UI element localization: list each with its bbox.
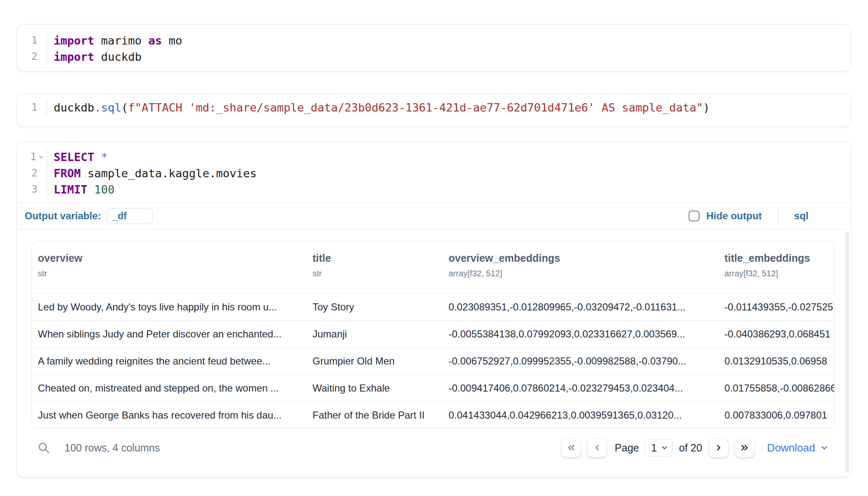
cell-overview-embeddings: -0.0055384138,0.07992093,0.023316627,0.0… — [449, 328, 724, 340]
output-variable-input[interactable] — [107, 208, 153, 224]
code-token: * — [101, 151, 108, 164]
column-header-overview[interactable]: overview str — [32, 252, 312, 293]
cell-title: Jumanji — [312, 328, 449, 340]
code-token: ( — [122, 101, 128, 114]
prev-page-icon — [592, 442, 603, 453]
line-number-text: 1 — [30, 149, 36, 165]
dataframe-table: overview str title str overview_embeddin… — [32, 241, 835, 428]
table-row[interactable]: When siblings Judy and Peter discover an… — [32, 320, 834, 347]
output-variable-label: Output variable: — [25, 210, 101, 222]
cell-overview-embeddings: -0.006752927,0.099952355,-0.009982588,-0… — [449, 355, 724, 367]
prev-page-button[interactable] — [587, 438, 607, 457]
cell-overview: Just when George Banks has recovered fro… — [32, 409, 312, 421]
column-type: str — [38, 269, 308, 278]
sql-cell: 1 2 3 SELECT * FROM sample_data.kaggle.m… — [17, 141, 851, 477]
code-token: . — [94, 101, 101, 114]
code-token: marimo — [94, 34, 149, 47]
hide-output-checkbox[interactable] — [689, 211, 699, 221]
line-number: 1 — [17, 32, 47, 49]
line-number-gutter: 1 2 — [17, 32, 47, 65]
table-row[interactable]: Cheated on, mistreated and stepped on, t… — [32, 374, 834, 402]
code-token: sample_data.kaggle.movies — [81, 167, 257, 180]
column-header-overview-embeddings[interactable]: overview_embeddings array[f32, 512] — [449, 252, 724, 293]
line-number: 1 — [17, 149, 47, 165]
table-row[interactable]: A family wedding reignites the ancient f… — [32, 347, 834, 374]
code-line: SELECT * — [54, 149, 257, 165]
page-label: Page — [615, 442, 639, 454]
cell-overview: A family wedding reignites the ancient f… — [32, 355, 312, 367]
output-area: overview str title str overview_embeddin… — [17, 229, 851, 457]
language-toggle-sql[interactable]: sql — [794, 210, 808, 222]
code-token: as — [149, 34, 162, 47]
hide-output-label: Hide output — [707, 210, 762, 222]
next-page-icon — [713, 442, 724, 453]
code-line: LIMIT 100 — [54, 181, 257, 198]
line-number: 2 — [17, 165, 47, 181]
code-token: sql — [101, 101, 122, 114]
page-count-label: of 20 — [679, 442, 702, 454]
column-type: array[f32, 512] — [724, 269, 830, 278]
column-header-title[interactable]: title str — [312, 252, 449, 293]
code-token: duckdb — [54, 101, 94, 114]
cell-overview-embeddings: 0.041433044,0.042966213,0.0039591365,0.0… — [449, 409, 724, 421]
code-editor[interactable]: 1 2 3 SELECT * FROM sample_data.kaggle.m… — [17, 142, 851, 203]
code-token: f"ATTACH 'md:_share/sample_data/23b0d623… — [128, 101, 703, 114]
line-number: 1 — [17, 99, 47, 116]
code-cell-attach: 1 duckdb.sql(f"ATTACH 'md:_share/sample_… — [17, 94, 851, 127]
code-editor[interactable]: 1 2 import marimo as mo import duckdb — [17, 25, 851, 71]
table-row[interactable]: Led by Woody, Andy's toys live happily i… — [32, 293, 834, 320]
search-icon[interactable] — [37, 441, 51, 454]
page-select-value: 1 — [651, 442, 657, 454]
code-token: 100 — [94, 183, 115, 196]
first-page-icon — [566, 442, 577, 453]
cell-title-embeddings: 0.0132910535,0.06958 — [724, 355, 834, 367]
vertical-divider — [778, 209, 779, 223]
column-name: title_embeddings — [724, 252, 830, 264]
code-token: duckdb — [94, 50, 142, 63]
code-area: SELECT * FROM sample_data.kaggle.movies … — [47, 149, 257, 198]
code-line: import duckdb — [54, 49, 182, 65]
last-page-button[interactable] — [734, 438, 754, 457]
column-header-title-embeddings[interactable]: title_embeddings array[f32, 512] — [724, 252, 834, 293]
cell-title: Toy Story — [312, 301, 449, 313]
cell-title-embeddings: -0.011439355,-0.027525 — [724, 301, 834, 313]
code-token: FROM — [54, 167, 81, 180]
code-cell-imports: 1 2 import marimo as mo import duckdb — [17, 24, 851, 72]
cell-overview-embeddings: -0.009417406,0.07860214,-0.023279453,0.0… — [449, 382, 724, 394]
code-token — [87, 183, 94, 196]
fold-chevron-icon[interactable] — [38, 154, 44, 160]
code-token: SELECT — [54, 151, 94, 164]
column-name: overview — [38, 252, 308, 264]
output-scrollbar[interactable] — [846, 232, 849, 473]
code-line: import marimo as mo — [54, 32, 182, 49]
line-number-gutter: 1 2 3 — [17, 149, 47, 198]
cell-title: Waiting to Exhale — [312, 382, 449, 394]
cell-title-embeddings: 0.01755858,-0.00862866 — [724, 382, 834, 394]
cell-overview: Led by Woody, Andy's toys live happily i… — [32, 301, 312, 313]
cell-title-embeddings: -0.040386293,0.068451 — [724, 328, 834, 340]
column-name: overview_embeddings — [449, 252, 720, 264]
code-editor[interactable]: 1 duckdb.sql(f"ATTACH 'md:_share/sample_… — [17, 94, 851, 121]
cell-overview: When siblings Judy and Peter discover an… — [32, 328, 312, 340]
code-token: import — [54, 34, 94, 47]
code-token: import — [54, 50, 94, 63]
download-chevron-icon — [820, 443, 829, 452]
line-number-gutter: 1 — [17, 99, 47, 116]
download-button[interactable]: Download — [767, 441, 829, 454]
last-page-icon — [739, 442, 750, 453]
code-token: mo — [162, 34, 182, 47]
table-header-row: overview str title str overview_embeddin… — [32, 241, 834, 293]
cell-title: Grumpier Old Men — [312, 355, 449, 367]
code-line: duckdb.sql(f"ATTACH 'md:_share/sample_da… — [54, 99, 710, 116]
page-select-chevron-icon — [660, 444, 669, 452]
column-type: array[f32, 512] — [449, 269, 720, 278]
download-label: Download — [767, 441, 815, 454]
next-page-button[interactable] — [709, 438, 729, 457]
cell-footer-bar: Output variable: Hide output sql — [17, 203, 851, 229]
code-token: ) — [703, 101, 710, 114]
cell-title: Father of the Bride Part II — [312, 409, 449, 421]
table-row[interactable]: Just when George Banks has recovered fro… — [32, 402, 834, 428]
first-page-button[interactable] — [561, 438, 581, 457]
page-select[interactable]: 1 — [645, 439, 672, 456]
code-token — [94, 151, 101, 164]
